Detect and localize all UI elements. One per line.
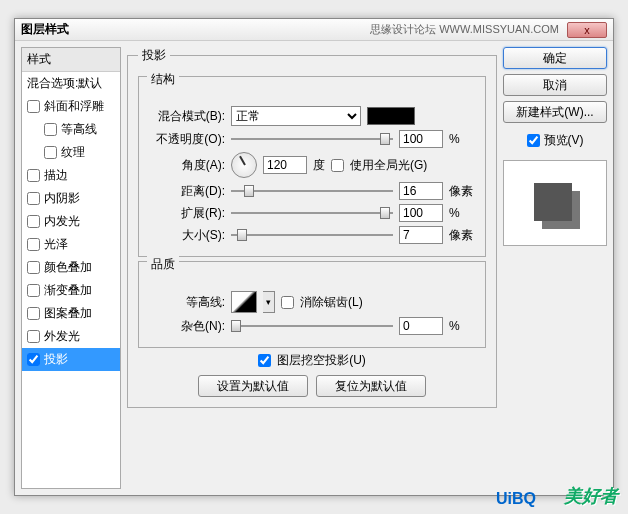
- spread-label: 扩展(R):: [147, 205, 225, 222]
- blend-mode-label: 混合模式(B):: [147, 108, 225, 125]
- sidebar-label-11: 投影: [44, 351, 68, 368]
- antialias-label: 消除锯齿(L): [300, 294, 363, 311]
- sidebar-label-10: 外发光: [44, 328, 80, 345]
- noise-unit: %: [449, 319, 477, 333]
- sidebar-checkbox-2[interactable]: [44, 146, 57, 159]
- sidebar-checkbox-1[interactable]: [44, 123, 57, 136]
- quality-legend: 品质: [147, 256, 179, 273]
- sidebar-item-0[interactable]: 斜面和浮雕: [22, 95, 120, 118]
- contour-label: 等高线:: [147, 294, 225, 311]
- sidebar-item-10[interactable]: 外发光: [22, 325, 120, 348]
- preview-square-icon: [534, 183, 572, 221]
- size-input[interactable]: [399, 226, 443, 244]
- sidebar-label-6: 光泽: [44, 236, 68, 253]
- knockout-label: 图层挖空投影(U): [277, 352, 366, 369]
- sidebar-item-5[interactable]: 内发光: [22, 210, 120, 233]
- opacity-input[interactable]: [399, 130, 443, 148]
- spread-slider[interactable]: [231, 204, 393, 222]
- sidebar-item-1[interactable]: 等高线: [22, 118, 120, 141]
- window-title: 图层样式: [21, 21, 370, 38]
- sidebar-label-8: 渐变叠加: [44, 282, 92, 299]
- contour-dropdown-icon[interactable]: ▾: [263, 291, 275, 313]
- sidebar-item-9[interactable]: 图案叠加: [22, 302, 120, 325]
- size-label: 大小(S):: [147, 227, 225, 244]
- angle-dial[interactable]: [231, 152, 257, 178]
- spread-input[interactable]: [399, 204, 443, 222]
- sidebar-label-7: 颜色叠加: [44, 259, 92, 276]
- sidebar-label-9: 图案叠加: [44, 305, 92, 322]
- preview-box: [503, 160, 607, 246]
- sidebar-item-8[interactable]: 渐变叠加: [22, 279, 120, 302]
- reset-default-button[interactable]: 复位为默认值: [316, 375, 426, 397]
- quality-group: 品质 等高线: ▾ 消除锯齿(L) 杂色(N): %: [138, 261, 486, 348]
- watermark-left: UiBQ: [496, 490, 536, 508]
- distance-unit: 像素: [449, 183, 477, 200]
- sidebar-checkbox-9[interactable]: [27, 307, 40, 320]
- sidebar-checkbox-3[interactable]: [27, 169, 40, 182]
- sidebar-item-7[interactable]: 颜色叠加: [22, 256, 120, 279]
- antialias-checkbox[interactable]: [281, 296, 294, 309]
- close-button[interactable]: x: [567, 22, 607, 38]
- preview-checkbox[interactable]: [527, 134, 540, 147]
- size-unit: 像素: [449, 227, 477, 244]
- noise-label: 杂色(N):: [147, 318, 225, 335]
- sidebar-label-3: 描边: [44, 167, 68, 184]
- contour-picker[interactable]: [231, 291, 257, 313]
- distance-slider[interactable]: [231, 182, 393, 200]
- sidebar-checkbox-5[interactable]: [27, 215, 40, 228]
- size-slider[interactable]: [231, 226, 393, 244]
- structure-legend: 结构: [147, 71, 179, 88]
- sidebar-item-4[interactable]: 内阴影: [22, 187, 120, 210]
- layer-style-dialog: 图层样式 思缘设计论坛 WWW.MISSYUAN.COM x 样式 混合选项:默…: [14, 18, 614, 496]
- angle-label: 角度(A):: [147, 157, 225, 174]
- sidebar-label-4: 内阴影: [44, 190, 80, 207]
- sidebar-item-3[interactable]: 描边: [22, 164, 120, 187]
- ok-button[interactable]: 确定: [503, 47, 607, 69]
- global-light-label: 使用全局光(G): [350, 157, 427, 174]
- sidebar-item-6[interactable]: 光泽: [22, 233, 120, 256]
- blend-mode-select[interactable]: 正常: [231, 106, 361, 126]
- opacity-unit: %: [449, 132, 477, 146]
- window-subtitle: 思缘设计论坛 WWW.MISSYUAN.COM: [370, 22, 559, 37]
- distance-input[interactable]: [399, 182, 443, 200]
- watermark-right: 美好者: [564, 484, 618, 508]
- distance-label: 距离(D):: [147, 183, 225, 200]
- new-style-button[interactable]: 新建样式(W)...: [503, 101, 607, 123]
- sidebar-label-5: 内发光: [44, 213, 80, 230]
- preview-label: 预览(V): [544, 132, 584, 149]
- titlebar: 图层样式 思缘设计论坛 WWW.MISSYUAN.COM x: [15, 19, 613, 41]
- sidebar-checkbox-4[interactable]: [27, 192, 40, 205]
- styles-sidebar: 样式 混合选项:默认 斜面和浮雕等高线纹理描边内阴影内发光光泽颜色叠加渐变叠加图…: [21, 47, 121, 489]
- noise-input[interactable]: [399, 317, 443, 335]
- angle-unit: 度: [313, 157, 325, 174]
- sidebar-blend-options[interactable]: 混合选项:默认: [22, 72, 120, 95]
- cancel-button[interactable]: 取消: [503, 74, 607, 96]
- sidebar-item-11[interactable]: 投影: [22, 348, 120, 371]
- sidebar-checkbox-0[interactable]: [27, 100, 40, 113]
- noise-slider[interactable]: [231, 317, 393, 335]
- opacity-slider[interactable]: [231, 130, 393, 148]
- angle-input[interactable]: [263, 156, 307, 174]
- sidebar-checkbox-8[interactable]: [27, 284, 40, 297]
- knockout-checkbox[interactable]: [258, 354, 271, 367]
- sidebar-checkbox-11[interactable]: [27, 353, 40, 366]
- sidebar-label-1: 等高线: [61, 121, 97, 138]
- effect-panel: 投影 结构 混合模式(B): 正常 不透明度(O): %: [127, 47, 497, 408]
- color-swatch[interactable]: [367, 107, 415, 125]
- effect-title: 投影: [138, 47, 170, 64]
- make-default-button[interactable]: 设置为默认值: [198, 375, 308, 397]
- right-panel: 确定 取消 新建样式(W)... 预览(V): [503, 47, 607, 489]
- sidebar-item-2[interactable]: 纹理: [22, 141, 120, 164]
- global-light-checkbox[interactable]: [331, 159, 344, 172]
- sidebar-label-2: 纹理: [61, 144, 85, 161]
- sidebar-checkbox-7[interactable]: [27, 261, 40, 274]
- sidebar-label-0: 斜面和浮雕: [44, 98, 104, 115]
- opacity-label: 不透明度(O):: [147, 131, 225, 148]
- sidebar-checkbox-10[interactable]: [27, 330, 40, 343]
- structure-group: 结构 混合模式(B): 正常 不透明度(O): %: [138, 76, 486, 257]
- sidebar-checkbox-6[interactable]: [27, 238, 40, 251]
- spread-unit: %: [449, 206, 477, 220]
- sidebar-header: 样式: [22, 48, 120, 72]
